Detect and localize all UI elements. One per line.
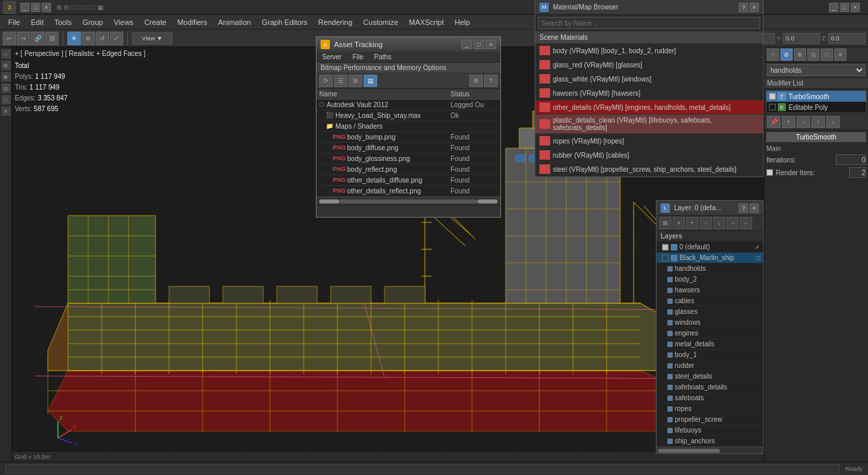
layer-item-body2[interactable]: body_2 — [657, 274, 763, 285]
utils-tab[interactable]: ≡ — [1, 106, 11, 116]
layers-horizontal-scrollbar[interactable] — [657, 447, 763, 453]
modifier-turbsmooth[interactable]: T TurboSmooth — [766, 91, 866, 102]
layer-item-blackmarlin[interactable]: Black_Marlin_ship □ — [657, 253, 763, 263]
at-maximize[interactable]: □ — [473, 40, 484, 49]
layers-tool-4[interactable]: ↑ — [700, 217, 712, 229]
layers-tool-2[interactable]: × — [673, 217, 685, 229]
mat-item-plastic[interactable]: plastic_details_clean (VRayMtl) [lifebuo… — [535, 115, 763, 134]
at-menu-server[interactable]: Server — [316, 52, 347, 62]
main-win-close[interactable]: × — [850, 3, 860, 12]
move-up-btn[interactable]: ↑ — [811, 116, 825, 128]
render-iters-checkbox[interactable] — [766, 169, 773, 176]
layers-tool-7[interactable]: ← — [740, 217, 752, 229]
toolbar-rotate[interactable]: ↺ — [96, 32, 109, 45]
matbrowser-close[interactable]: × — [749, 3, 759, 12]
layer-item-ropes[interactable]: ropes — [657, 404, 763, 414]
render-iters-input[interactable] — [849, 167, 866, 178]
at-minimize[interactable]: _ — [461, 40, 472, 49]
toolbar-link[interactable]: 🔗 — [31, 32, 44, 45]
main-win-minimize[interactable]: _ — [829, 3, 838, 12]
menu-create[interactable]: Create — [139, 17, 172, 28]
layer-item-body1[interactable]: body_1 — [657, 350, 763, 360]
at-row-bump[interactable]: PNG body_bump.png Found — [316, 132, 500, 143]
create-tab[interactable]: ☆ — [1, 49, 11, 59]
at-row-diffuse[interactable]: PNG body_diffuse.png Found — [316, 143, 500, 154]
layer-item-handholds[interactable]: handholds — [657, 263, 763, 274]
mat-item-body[interactable]: body (VRayMtl) [body_1, body_2, rudder] — [535, 44, 763, 58]
menu-group[interactable]: Group — [77, 17, 108, 28]
win-minimize[interactable]: _ — [20, 3, 30, 12]
motion-tab[interactable]: ◎ — [1, 84, 11, 93]
pin-modifier-btn[interactable]: 📌 — [767, 116, 780, 128]
menu-rendering[interactable]: Rendering — [313, 17, 358, 28]
layer-item-steel-details[interactable]: steel_details — [657, 371, 763, 382]
modifier-editable-poly[interactable]: E Editable Poly — [766, 102, 866, 113]
menu-graph-editors[interactable]: Graph Editors — [257, 17, 313, 28]
menu-customize[interactable]: Customize — [358, 17, 403, 28]
create-tab-btn[interactable]: ☆ — [767, 49, 779, 61]
toolbar-undo[interactable]: ↩ — [3, 32, 16, 45]
modify-tab-btn[interactable]: ⊘ — [780, 49, 793, 61]
toolbar-select[interactable]: ✛ — [67, 32, 81, 45]
display-tab[interactable]: □ — [1, 95, 11, 104]
layer-item-engines[interactable]: engines — [657, 328, 763, 339]
layers-tool-6[interactable]: → — [727, 217, 739, 229]
utils-tab-btn[interactable]: ≡ — [834, 49, 846, 61]
mat-item-glass-white[interactable]: glass_white (VRayMtl) [windows] — [535, 72, 763, 86]
menu-maxscript[interactable]: MAXScript — [403, 17, 449, 28]
matbrowser-search-input[interactable] — [538, 17, 760, 29]
layer-item-safeboats-details[interactable]: safeboats_details — [657, 382, 763, 393]
matbrowser-help[interactable]: ? — [739, 3, 748, 12]
layer-item-glasses[interactable]: glasses — [657, 307, 763, 317]
at-tool-detail[interactable]: ▤ — [364, 75, 377, 87]
layer-item-cables[interactable]: cables — [657, 296, 763, 307]
mat-item-other-details[interactable]: other_details (VRayMtl) [engines, handho… — [535, 100, 763, 115]
delete-modifier-btn[interactable]: − — [797, 116, 810, 128]
at-tool-grid[interactable]: ⊞ — [349, 75, 362, 87]
at-hscrollbar[interactable] — [316, 197, 500, 205]
add-modifier-btn[interactable]: + — [782, 116, 795, 128]
menu-modifiers[interactable]: Modifiers — [172, 17, 213, 28]
at-menu-file[interactable]: File — [347, 52, 368, 62]
display-tab-btn[interactable]: □ — [821, 49, 833, 61]
layer-item-metal-details[interactable]: metal_details — [657, 339, 763, 350]
menu-edit[interactable]: Edit — [26, 17, 49, 28]
modify-tab[interactable]: ⊘ — [1, 61, 11, 70]
at-menu-paths[interactable]: Paths — [369, 52, 397, 62]
menu-help[interactable]: Help — [449, 17, 475, 28]
transform-y[interactable]: 0.0 — [783, 33, 820, 44]
mat-item-steel[interactable]: steel (VRayMtl) [propeller_screw, ship_a… — [535, 162, 763, 177]
layer-item-safeboats[interactable]: safeboats — [657, 393, 763, 404]
menu-tools[interactable]: Tools — [49, 17, 77, 28]
at-tool-list[interactable]: ☰ — [334, 75, 347, 87]
win-close[interactable]: × — [42, 3, 51, 12]
layer-item-ship-anchors[interactable]: ship_anchors — [657, 436, 763, 447]
menu-animation[interactable]: Animation — [213, 17, 257, 28]
at-row-vault[interactable]: ⬡ Autodesk Vault 2012 Logged Ou — [316, 100, 500, 110]
motion-tab-btn[interactable]: ◎ — [807, 49, 820, 61]
menu-views[interactable]: Views — [108, 17, 139, 28]
transform-z[interactable]: 0.0 — [828, 33, 865, 44]
iterations-input[interactable] — [836, 154, 866, 165]
layer-item-lifebuoys[interactable]: lifebuoys — [657, 425, 763, 436]
mat-item-ropes[interactable]: ropes (VRayMtl) [ropes] — [535, 134, 763, 148]
layer-item-rudder[interactable]: rudder — [657, 360, 763, 371]
at-close[interactable]: × — [486, 40, 496, 49]
win-restore[interactable]: □ — [31, 3, 40, 12]
layer-item-windows[interactable]: windows — [657, 317, 763, 328]
mat-item-hawsers[interactable]: hawsers (VRayMtl) [hawsers] — [535, 86, 763, 100]
turbsmooth-vis-checkbox[interactable] — [769, 93, 776, 100]
mat-item-rubber[interactable]: rubber (VRayMtl) [cables] — [535, 148, 763, 162]
at-tool-refresh[interactable]: ⟳ — [319, 75, 333, 87]
toolbar-move[interactable]: ⊕ — [81, 32, 95, 45]
layer-item-hawsers[interactable]: hawsers — [657, 285, 763, 296]
main-win-restore[interactable]: □ — [840, 3, 849, 12]
at-row-otherdetails-diffuse[interactable]: PNG other_details_diffuse.png Found — [316, 175, 500, 186]
layer-item-default[interactable]: ✓ 0 (default) ✓ — [657, 242, 763, 253]
mat-item-glass-red[interactable]: glass_red (VRayMtl) [glasses] — [535, 58, 763, 72]
move-down-btn[interactable]: ↓ — [826, 116, 840, 128]
at-row-reflect[interactable]: PNG body_reflect.png Found — [316, 164, 500, 175]
at-tool-extra1[interactable]: ⚙ — [469, 75, 483, 87]
editpoly-vis-checkbox[interactable] — [769, 104, 776, 110]
hierarchy-tab[interactable]: ⊕ — [1, 72, 11, 82]
